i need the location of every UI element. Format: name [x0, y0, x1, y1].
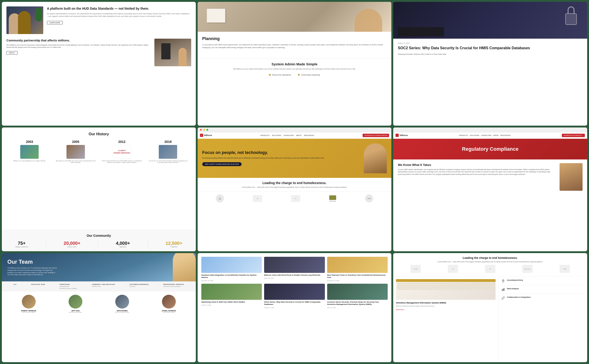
lead-logos-row: LA SHS SP 211 King County NAEH	[397, 265, 583, 273]
reg-nav-consulting[interactable]: CONSULTING	[481, 135, 492, 136]
nav-resources[interactable]: RESOURCES	[304, 135, 314, 136]
tag-label-2: Community Leadership	[301, 74, 320, 76]
reg-nav-rates[interactable]: RATES	[493, 135, 498, 136]
post-date-3: November 29, 2023	[327, 280, 388, 281]
nav-col-header-pro[interactable]: PROFESSIONAL SERVICES	[163, 284, 184, 285]
nav-col-header-exec[interactable]: EXECUTIVE TEAM	[31, 284, 45, 285]
stat-number-users: 20,000+	[64, 241, 81, 246]
post-image-2	[264, 257, 325, 273]
avatar-2	[69, 295, 82, 309]
hero-text: Focus on people, not technology. Our ind…	[202, 150, 359, 166]
tags-row: Worry-Free Operations Community Leadersh…	[202, 74, 387, 76]
community-section: Community partnership that affects milli…	[2, 39, 196, 71]
timeline-desc-2018: 7 out of 10 U.S. cities with the largest…	[148, 160, 188, 164]
team-nav-cx: CUSTOMER EXPERIENCE FINANCE	[129, 284, 149, 289]
post-date-5: August 17, 2022	[264, 307, 325, 308]
partner-logos-row: LASHS SP 211 King County NAEH	[198, 192, 392, 205]
nav-col-header-ops[interactable]: OPERATIONS	[60, 284, 77, 285]
stat-programs: 12,500+ Programs	[165, 241, 182, 247]
impact-button[interactable]: IMPACT	[6, 51, 18, 55]
blog-post-4: Optimizing Client & Staff Care While Sho…	[201, 284, 262, 308]
post-image-6	[327, 284, 388, 300]
logo-check-icon: ✓	[200, 134, 203, 137]
lead-logo-la: LA SHS	[410, 265, 421, 273]
hud-body: As system administrators ourselves, we u…	[47, 13, 191, 18]
hmis-row-1	[397, 283, 495, 284]
learn-more-button[interactable]: LEARN MORE	[47, 21, 63, 24]
reg-person-image	[560, 163, 583, 191]
services-list: Coordinated Entry Data Analysis	[498, 276, 587, 362]
tag-label-1: Worry-Free Operations	[272, 74, 291, 76]
card-regulatory: bitfocus PRODUCTS SOLUTIONS CONSULTING R…	[393, 127, 587, 252]
timeline-image-2003	[20, 145, 39, 159]
nav-col-item-people[interactable]: PEOPLE OPS	[92, 286, 115, 287]
service-coordinated-entry: Coordinated Entry	[501, 279, 584, 283]
nav-col-item-finance[interactable]: FINANCE	[129, 286, 149, 287]
hud-text-block: A platform built on the HUD Data Standar…	[47, 6, 191, 34]
year-2005: 2005	[72, 140, 79, 143]
lead-section: Leading the charge to end homelessness. …	[393, 253, 587, 276]
reg-browser-bar	[393, 127, 587, 132]
community-body: We at Bitfocus are honored and proud to …	[6, 44, 151, 49]
hero-heading: Focus on people, not technology.	[202, 150, 359, 155]
nav-col-item-eng[interactable]: ENGINEERING	[60, 286, 77, 287]
stat-label-customers: Happy Customers	[15, 246, 28, 247]
stat-divider-2	[98, 241, 98, 247]
member-name-3: NATE BOWEN	[100, 310, 144, 312]
nav-col-item-product[interactable]: PRODUCT DEVELOPMENT	[163, 286, 184, 287]
avatar-3	[115, 295, 129, 309]
timeline-desc-2012: Tired of being burdened by existing HMIS…	[102, 160, 142, 164]
reg-nav-resources[interactable]: RESOURCES	[500, 135, 511, 136]
hmis-read-more[interactable]: Read More →	[396, 309, 406, 310]
service-label-collaboration: Collaboration & Integration	[507, 296, 531, 298]
timeline-item-2018: 2018 7 out of 10 U.S. cities with the la…	[148, 140, 188, 164]
nav-consulting[interactable]: CONSULTING	[284, 135, 294, 136]
member-name-4: DANIEL BOWMAN	[147, 310, 191, 312]
nav-col-header-community[interactable]: COMMUNITY AND EDUCATION	[92, 284, 115, 285]
nav-col-header-cx[interactable]: CUSTOMER EXPERIENCE	[129, 284, 149, 285]
lock-icon	[564, 6, 578, 25]
hmis-info: Homeless Management Information System (…	[396, 302, 496, 311]
hud-headline: A platform built on the HUD Data Standar…	[47, 6, 191, 11]
lead-logo-king: King County	[522, 265, 533, 273]
card-our-team: Our Team The Bitfocus team includes over…	[2, 253, 196, 362]
service-text-data: Data Analysis	[507, 288, 519, 290]
timeline-item-2003: 2003 Bitfocus, Inc. was established in L…	[9, 140, 50, 162]
blog-post-6: Common Sense Security: Practical Steps f…	[327, 284, 388, 308]
blog-post-3: New Outreach Tools to Transform Your Uns…	[327, 257, 388, 281]
member-4: DANIEL BOWMAN chief financial officer	[147, 295, 191, 313]
hud-top-section: A platform built on the HUD Data Standar…	[2, 2, 196, 39]
post-title-3: New Outreach Tools to Transform Your Uns…	[327, 274, 388, 279]
svg-rect-3	[504, 288, 504, 291]
community-image	[154, 39, 191, 66]
reg-nav-products[interactable]: PRODUCTS	[459, 135, 468, 136]
reg-nav-solutions[interactable]: SOLUTIONS	[470, 135, 479, 136]
card-focus-people: ✓ bitfocus PRODUCTS SOLUTIONS CONSULTING…	[198, 127, 392, 252]
logo-servicepoint: SP	[253, 195, 262, 202]
service-text-collaboration: Collaboration & Integration	[507, 296, 531, 298]
nav-col-item-bizdev[interactable]: BUSINESS DEVELOPMENT	[60, 288, 77, 289]
services-section: Homeless Management Information System (…	[393, 276, 587, 362]
nav-col-header-all[interactable]: ALL	[14, 284, 17, 285]
browser-bar	[198, 127, 392, 132]
sysadmin-heading: System Admin Made Simple	[202, 62, 387, 66]
post-title-4: Optimizing Client & Staff Care While Sho…	[201, 301, 262, 303]
nav-solutions[interactable]: SOLUTIONS	[272, 135, 281, 136]
nav-bar: ✓ bitfocus PRODUCTS SOLUTIONS CONSULTING…	[198, 132, 392, 139]
card-blog: Seamless Data Integration a Cost-Effecti…	[198, 253, 392, 362]
security-image	[393, 2, 587, 39]
tag-dot-2	[298, 74, 300, 76]
team-heading: Our Team	[7, 259, 190, 265]
regulatory-content: We Know What It Takes As your HMIS syste…	[393, 159, 587, 252]
community-stats-section: Our Community 75+ Happy Customers 20,000…	[2, 230, 196, 251]
reg-cta-button[interactable]: SCHEDULE A CONSULT...	[562, 134, 585, 137]
tag-community: Community Leadership	[298, 74, 320, 76]
chart-bar-icon	[501, 288, 505, 291]
nav-links: PRODUCTS SOLUTIONS CONSULTING ABOUT RESO…	[260, 135, 314, 136]
nav-products[interactable]: PRODUCTS	[260, 135, 269, 136]
hero-person-image	[364, 143, 387, 173]
hmis-header-bar	[396, 279, 496, 282]
nav-about[interactable]: ABOUT	[296, 135, 302, 136]
nav-cta-button[interactable]: SCHEDULE A CONSULTATION	[362, 134, 389, 137]
hero-cta-button[interactable]: SEE CLARITY HUMAN SERVICES IN ACTION	[202, 162, 242, 166]
